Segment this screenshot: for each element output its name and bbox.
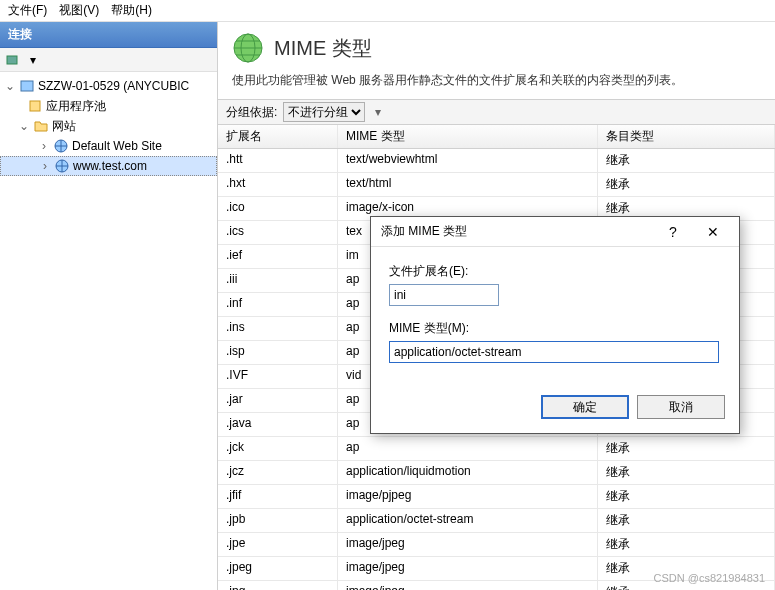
- cell-ext: .htt: [218, 149, 338, 172]
- close-button[interactable]: ✕: [693, 219, 733, 245]
- globe-icon: [54, 158, 70, 174]
- svg-rect-0: [7, 56, 17, 64]
- cell-ext: .ief: [218, 245, 338, 268]
- cell-mime: image/jpeg: [338, 581, 598, 590]
- content-header: MIME 类型: [218, 22, 775, 70]
- header-entry[interactable]: 条目类型: [598, 125, 775, 148]
- cell-entry: 继承: [598, 461, 775, 484]
- cell-ext: .jpb: [218, 509, 338, 532]
- table-row[interactable]: .jpegimage/jpeg继承: [218, 557, 775, 581]
- cell-entry: 继承: [598, 581, 775, 590]
- cell-ext: .jck: [218, 437, 338, 460]
- tree-server-node[interactable]: ⌄ SZZW-01-0529 (ANYCUBIC: [0, 76, 217, 96]
- table-row[interactable]: .jpeimage/jpeg继承: [218, 533, 775, 557]
- cell-ext: .java: [218, 413, 338, 436]
- dialog-titlebar: 添加 MIME 类型 ? ✕: [371, 217, 739, 247]
- table-row[interactable]: .jfifimage/pjpeg继承: [218, 485, 775, 509]
- connections-tree: ⌄ SZZW-01-0529 (ANYCUBIC 应用程序池 ⌄ 网站 › De…: [0, 72, 217, 180]
- cell-mime: ap: [338, 437, 598, 460]
- globe-icon: [53, 138, 69, 154]
- cell-ext: .ins: [218, 317, 338, 340]
- cell-ext: .ico: [218, 197, 338, 220]
- folder-icon: [33, 118, 49, 134]
- cancel-button[interactable]: 取消: [637, 395, 725, 419]
- server-icon: [19, 78, 35, 94]
- mime-label: MIME 类型(M):: [389, 320, 721, 337]
- cell-ext: .jar: [218, 389, 338, 412]
- tree-sites-node[interactable]: ⌄ 网站: [0, 116, 217, 136]
- cell-ext: .jpeg: [218, 557, 338, 580]
- cell-mime: text/webviewhtml: [338, 149, 598, 172]
- cell-mime: application/liquidmotion: [338, 461, 598, 484]
- svg-rect-1: [21, 81, 33, 91]
- table-row[interactable]: .jczapplication/liquidmotion继承: [218, 461, 775, 485]
- cell-ext: .ics: [218, 221, 338, 244]
- cell-ext: .isp: [218, 341, 338, 364]
- cell-ext: .iii: [218, 269, 338, 292]
- cell-ext: .IVF: [218, 365, 338, 388]
- toolbar-connect-icon[interactable]: [4, 51, 22, 69]
- menu-file[interactable]: 文件(F): [8, 2, 47, 19]
- cell-mime: image/jpeg: [338, 557, 598, 580]
- tree-default-site-node[interactable]: › Default Web Site: [0, 136, 217, 156]
- cell-entry: 继承: [598, 485, 775, 508]
- cell-mime: text/html: [338, 173, 598, 196]
- dropdown-icon[interactable]: ▾: [375, 105, 381, 119]
- cell-entry: 继承: [598, 149, 775, 172]
- tree-label: SZZW-01-0529 (ANYCUBIC: [38, 79, 189, 93]
- cell-ext: .hxt: [218, 173, 338, 196]
- header-extension[interactable]: 扩展名: [218, 125, 338, 148]
- expand-icon[interactable]: ⌄: [18, 119, 30, 133]
- table-row[interactable]: .jpbapplication/octet-stream继承: [218, 509, 775, 533]
- table-row[interactable]: .hxttext/html继承: [218, 173, 775, 197]
- tree-label: 网站: [52, 118, 76, 135]
- extension-input[interactable]: [389, 284, 499, 306]
- ok-button[interactable]: 确定: [541, 395, 629, 419]
- cell-mime: image/pjpeg: [338, 485, 598, 508]
- menu-help[interactable]: 帮助(H): [111, 2, 152, 19]
- toolbar-dropdown-icon[interactable]: ▾: [24, 51, 42, 69]
- cell-ext: .jfif: [218, 485, 338, 508]
- cell-ext: .jpg: [218, 581, 338, 590]
- table-header: 扩展名 MIME 类型 条目类型: [218, 125, 775, 149]
- tree-label: 应用程序池: [46, 98, 106, 115]
- table-row[interactable]: .jpgimage/jpeg继承: [218, 581, 775, 590]
- expand-icon[interactable]: ⌄: [4, 79, 16, 93]
- dialog-title-text: 添加 MIME 类型: [381, 223, 653, 240]
- menubar: 文件(F) 视图(V) 帮助(H): [0, 0, 775, 22]
- sidebar-header: 连接: [0, 22, 217, 48]
- cell-ext: .jpe: [218, 533, 338, 556]
- page-title: MIME 类型: [274, 35, 372, 62]
- mime-globe-icon: [232, 32, 264, 64]
- group-label: 分组依据:: [226, 104, 277, 121]
- cell-mime: application/octet-stream: [338, 509, 598, 532]
- group-select[interactable]: 不进行分组: [283, 102, 365, 122]
- sidebar: 连接 ▾ ⌄ SZZW-01-0529 (ANYCUBIC 应用程序池 ⌄ 网站…: [0, 22, 218, 590]
- mime-input[interactable]: [389, 341, 719, 363]
- tree-test-site-node[interactable]: › www.test.com: [0, 156, 217, 176]
- extension-label: 文件扩展名(E):: [389, 263, 721, 280]
- sidebar-toolbar: ▾: [0, 48, 217, 72]
- group-toolbar: 分组依据: 不进行分组 ▾: [218, 99, 775, 125]
- cell-entry: 继承: [598, 557, 775, 580]
- page-description: 使用此功能管理被 Web 服务器用作静态文件的文件扩展名和关联的内容类型的列表。: [218, 70, 775, 99]
- expand-icon[interactable]: ›: [38, 139, 50, 153]
- menu-view[interactable]: 视图(V): [59, 2, 99, 19]
- tree-apppool-node[interactable]: 应用程序池: [0, 96, 217, 116]
- cell-ext: .inf: [218, 293, 338, 316]
- cell-entry: 继承: [598, 173, 775, 196]
- cell-mime: image/jpeg: [338, 533, 598, 556]
- add-mime-dialog: 添加 MIME 类型 ? ✕ 文件扩展名(E): MIME 类型(M): 确定 …: [370, 216, 740, 434]
- tree-label: Default Web Site: [72, 139, 162, 153]
- header-mime[interactable]: MIME 类型: [338, 125, 598, 148]
- table-row[interactable]: .jckap继承: [218, 437, 775, 461]
- apppool-icon: [27, 98, 43, 114]
- cell-entry: 继承: [598, 437, 775, 460]
- expand-icon[interactable]: ›: [39, 159, 51, 173]
- tree-label: www.test.com: [73, 159, 147, 173]
- cell-ext: .jcz: [218, 461, 338, 484]
- help-button[interactable]: ?: [653, 219, 693, 245]
- cell-entry: 继承: [598, 509, 775, 532]
- table-row[interactable]: .htttext/webviewhtml继承: [218, 149, 775, 173]
- cell-entry: 继承: [598, 533, 775, 556]
